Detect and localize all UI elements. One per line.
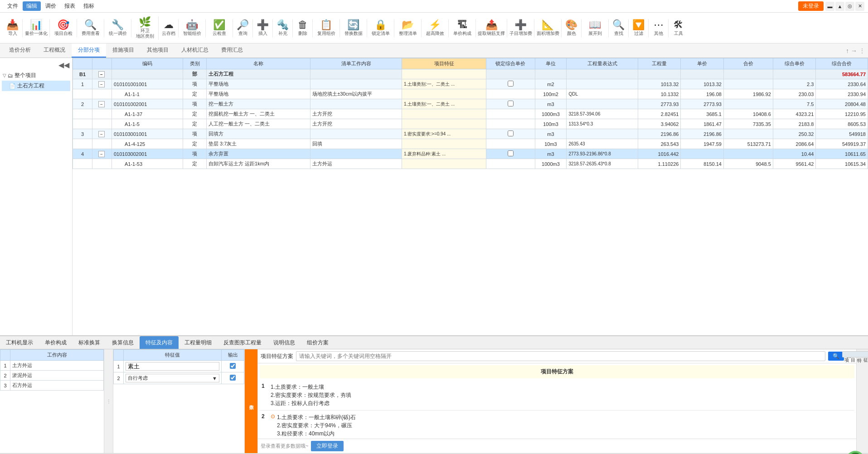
tool-env-region[interactable]: 🌿环卫地区类别 bbox=[131, 16, 159, 40]
tree-collapse-btn[interactable]: ◀◀ bbox=[2, 60, 70, 70]
feature-option[interactable]: 1 1.土质要求：一般土壤2.密实度要求：按规范要求，夯填3.运距：投标人自行考… bbox=[260, 380, 854, 411]
tool-replace-data[interactable]: 🔄替换数据 bbox=[340, 19, 367, 37]
feature-output-cell[interactable] bbox=[222, 372, 244, 384]
tab-measures[interactable]: 措施项目 bbox=[106, 43, 141, 58]
tool-reuse-group[interactable]: 📋复用组价 bbox=[313, 19, 340, 37]
row-expand[interactable] bbox=[92, 159, 112, 169]
tool-sub-add[interactable]: ➕子目增加费 bbox=[507, 19, 534, 37]
expand-btn[interactable]: − bbox=[98, 151, 105, 157]
lock-checkbox[interactable] bbox=[508, 81, 514, 87]
row-expand[interactable] bbox=[92, 89, 112, 99]
row-lock[interactable] bbox=[486, 89, 535, 99]
expand-btn[interactable]: − bbox=[98, 101, 105, 107]
win-maximize[interactable]: ▲ bbox=[835, 2, 844, 11]
lower-tab-conv-info[interactable]: 换算信息 bbox=[106, 336, 140, 349]
tool-unit-all[interactable]: 📊量价一体化 bbox=[23, 19, 50, 37]
lock-checkbox[interactable] bbox=[508, 101, 514, 106]
tool-lock-clear[interactable]: 🔒锁定清单 bbox=[367, 19, 394, 37]
splitter-left[interactable]: ⋮ bbox=[104, 349, 113, 453]
tool-cloud[interactable]: ☁云存档 bbox=[159, 19, 179, 37]
menu-report[interactable]: 报表 bbox=[61, 1, 79, 11]
tree-earthwork[interactable]: 📄 土石方工程 bbox=[2, 81, 70, 91]
tool-unified[interactable]: 🔧统一调价 bbox=[104, 19, 131, 37]
win-settings[interactable]: ◎ bbox=[845, 2, 854, 11]
lower-tab-std-conv[interactable]: 标准换算 bbox=[73, 336, 106, 349]
row-expand[interactable]: − bbox=[92, 149, 112, 159]
table-row[interactable]: 3−010103001001项回填方1.密实度要求:>=0.94 ...m321… bbox=[73, 129, 868, 139]
tool-unit-struct[interactable]: 🏗单价构成 bbox=[449, 19, 476, 37]
row-expand[interactable] bbox=[92, 119, 112, 129]
tool-super-eff[interactable]: ⚡超高降效 bbox=[422, 19, 449, 37]
row-expand[interactable]: − bbox=[92, 129, 112, 139]
expand-btn[interactable]: − bbox=[98, 131, 105, 137]
tool-target[interactable]: 🎯项目自检 bbox=[50, 19, 77, 37]
lower-tab-qty-detail[interactable]: 工程量明细 bbox=[179, 336, 218, 349]
table-row[interactable]: A1-1-37定挖掘机挖一般土方 一、二类土土方开挖1000m33218.57-… bbox=[73, 109, 868, 119]
tree-root[interactable]: ▽ 🗂 整个项目 bbox=[2, 70, 70, 81]
lock-checkbox[interactable] bbox=[508, 150, 514, 156]
row-lock[interactable] bbox=[486, 69, 535, 79]
login-button[interactable]: 未登录 bbox=[798, 1, 824, 11]
row-lock[interactable] bbox=[486, 79, 535, 89]
row-lock[interactable] bbox=[486, 129, 535, 139]
win-minimize[interactable]: ▬ bbox=[825, 2, 834, 11]
tab-labor-material[interactable]: 人材机汇总 bbox=[175, 43, 215, 58]
tool-filter[interactable]: 🔽过滤 bbox=[629, 19, 649, 37]
tool-import[interactable]: 📥导入 bbox=[3, 19, 23, 37]
tool-fee-check[interactable]: 🔍费用查看 bbox=[77, 19, 104, 37]
row-lock[interactable] bbox=[486, 119, 535, 129]
table-row[interactable]: 2−010101002001项挖一般土方1.土壤类别:一、二类土 ...m327… bbox=[73, 99, 868, 109]
lower-tab-reverse-qty[interactable]: 反查图形工程量 bbox=[218, 336, 267, 349]
menu-adjust[interactable]: 调价 bbox=[42, 1, 60, 11]
table-row[interactable]: A1-1-5定人工挖一般土方 一、二类土土方开挖100m31313.54*0.3… bbox=[73, 119, 868, 129]
tool-tools[interactable]: 🛠工具 bbox=[669, 19, 689, 37]
row-lock[interactable] bbox=[486, 159, 535, 169]
lower-tab-group-plan[interactable]: 组价方案 bbox=[301, 336, 335, 349]
tab-nav-more[interactable]: ⋮ bbox=[859, 47, 865, 54]
tab-nav-up[interactable]: ↑ bbox=[846, 47, 849, 54]
tab-cost-analysis[interactable]: 造价分析 bbox=[3, 43, 37, 58]
tool-delete[interactable]: 🗑删除 bbox=[293, 19, 313, 37]
tool-query[interactable]: 🔎查询 bbox=[233, 19, 253, 37]
menu-file[interactable]: 文件 bbox=[4, 1, 22, 11]
tool-expand[interactable]: 📖展开到 bbox=[582, 19, 609, 37]
feature-output-cell[interactable] bbox=[222, 361, 244, 372]
tool-extract[interactable]: 📤提取钢筋支撑 bbox=[476, 19, 507, 37]
expand-btn[interactable]: − bbox=[98, 71, 105, 77]
tool-sort-clear[interactable]: 📂整理清单 bbox=[394, 19, 422, 37]
table-row[interactable]: 4−010103002001项余方弃置1.废弃料品种:素土 ...m32773.… bbox=[73, 149, 868, 159]
tool-color[interactable]: 🎨颜色 bbox=[562, 19, 582, 37]
tool-insert[interactable]: ➕插入 bbox=[253, 19, 273, 37]
lower-tab-notes[interactable]: 说明信息 bbox=[267, 336, 301, 349]
row-expand[interactable] bbox=[92, 109, 112, 119]
tool-area-add[interactable]: 📐面积增加费 bbox=[534, 19, 562, 37]
feature-dropdown-btn[interactable]: ▼ bbox=[212, 376, 217, 381]
table-row[interactable]: 1−010101001001项平整场地1.土壤类别:一、二类土 ...m2101… bbox=[73, 79, 868, 89]
feature-output-checkbox[interactable] bbox=[230, 375, 236, 381]
feature-scheme-search-button[interactable]: 🔍 bbox=[828, 352, 844, 361]
personal-data-panel[interactable]: 个人数据 bbox=[245, 349, 257, 453]
row-expand[interactable] bbox=[92, 139, 112, 149]
tool-patch[interactable]: 🔩补充 bbox=[273, 19, 293, 37]
row-lock[interactable] bbox=[486, 139, 535, 149]
side-project-feature[interactable]: 项目特征选项 bbox=[842, 351, 868, 357]
row-lock[interactable] bbox=[486, 149, 535, 159]
tab-other-items[interactable]: 其他项目 bbox=[141, 43, 175, 58]
table-row[interactable]: A1-1-1定平整场地场地挖填土±30cm以内拔平100m2QDL10.1332… bbox=[73, 89, 868, 99]
row-expand[interactable]: − bbox=[92, 99, 112, 109]
lower-tab-features[interactable]: 特征及内容 bbox=[140, 336, 179, 349]
tool-other[interactable]: ⋯其他 bbox=[649, 19, 669, 37]
menu-index[interactable]: 指标 bbox=[80, 1, 98, 11]
table-row[interactable]: A1-4-125定垫层 3:7灰土回填10m32635.43263.543194… bbox=[73, 139, 868, 149]
tab-fee-summary[interactable]: 费用汇总 bbox=[215, 43, 249, 58]
table-row[interactable]: A1-1-53定自卸汽车运土方 运距1km内土方外运1000m33218.57-… bbox=[73, 159, 868, 169]
tab-project-overview[interactable]: 工程概况 bbox=[37, 43, 72, 58]
row-lock[interactable] bbox=[486, 109, 535, 119]
row-expand[interactable]: − bbox=[92, 69, 112, 79]
table-row[interactable]: B1−部土石方工程583664.77 bbox=[73, 69, 868, 79]
menu-edit[interactable]: 编辑 bbox=[23, 1, 41, 11]
feature-login-button[interactable]: 立即登录 bbox=[311, 441, 344, 451]
tab-section-items[interactable]: 分部分项 bbox=[72, 43, 106, 58]
feature-option[interactable]: 2 ⊙ 1.土质要求：一般土壤和碎(砾)石2.密实度要求：大于94%，碾压3.粒… bbox=[260, 411, 854, 439]
expand-btn[interactable]: − bbox=[98, 81, 105, 87]
